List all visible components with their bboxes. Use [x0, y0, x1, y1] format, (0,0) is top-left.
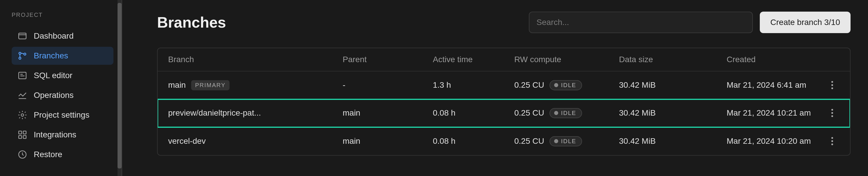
row-actions-button[interactable] [827, 80, 837, 90]
status-dot-icon [554, 111, 558, 115]
sidebar-item-label: Operations [34, 91, 73, 100]
status-badge: IDLE [550, 80, 582, 90]
sidebar-item-label: SQL editor [34, 71, 72, 80]
col-header-parent: Parent [343, 55, 433, 64]
search-input[interactable] [529, 12, 753, 33]
size-value: 30.42 MiB [619, 80, 726, 90]
sidebar: PROJECT Dashboard Branches SQL editor Op… [0, 0, 122, 176]
sidebar-item-label: Integrations [34, 130, 76, 139]
branches-table: Branch Parent Active time RW compute Dat… [157, 48, 850, 156]
branches-icon [18, 51, 27, 61]
status-badge: IDLE [550, 136, 582, 146]
main-content: Branches Create branch 3/10 Branch Paren… [122, 0, 868, 176]
sidebar-item-label: Restore [34, 150, 62, 159]
svg-rect-12 [23, 136, 26, 139]
status-text: IDLE [561, 82, 576, 89]
svg-rect-10 [23, 131, 26, 134]
integrations-icon [18, 130, 27, 140]
sidebar-section-label: PROJECT [12, 12, 114, 18]
sidebar-item-label: Dashboard [34, 31, 73, 41]
gear-icon [18, 110, 27, 120]
primary-badge: PRIMARY [191, 80, 230, 90]
branch-name: main [168, 80, 186, 90]
svg-point-3 [19, 57, 21, 59]
svg-rect-9 [19, 131, 22, 134]
row-actions-button[interactable] [827, 108, 837, 118]
status-text: IDLE [561, 138, 576, 145]
restore-icon [18, 149, 27, 160]
col-header-branch: Branch [168, 55, 343, 64]
status-badge: IDLE [550, 108, 582, 118]
page-header: Branches Create branch 3/10 [157, 12, 850, 33]
active-time-value: 1.3 h [433, 80, 514, 90]
parent-value: main [343, 108, 433, 118]
scrollbar[interactable] [118, 0, 122, 176]
status-text: IDLE [561, 110, 576, 116]
parent-value: - [343, 80, 433, 90]
svg-point-2 [19, 52, 21, 54]
sidebar-item-restore[interactable]: Restore [12, 145, 114, 164]
parent-value: main [343, 137, 433, 146]
operations-icon [18, 90, 27, 100]
col-header-size: Data size [619, 55, 726, 64]
active-time-value: 0.08 h [433, 137, 514, 146]
sidebar-item-branches[interactable]: Branches [12, 47, 114, 65]
status-dot-icon [554, 139, 558, 143]
sidebar-items: Dashboard Branches SQL editor Operations… [12, 27, 114, 164]
size-value: 30.42 MiB [619, 137, 726, 146]
sidebar-item-project-settings[interactable]: Project settings [12, 106, 114, 124]
sidebar-item-integrations[interactable]: Integrations [12, 126, 114, 144]
col-header-compute: RW compute [514, 55, 619, 64]
branch-name: vercel-dev [168, 137, 206, 146]
table-row[interactable]: preview/danieltprice-pat... main 0.08 h … [158, 99, 850, 127]
create-branch-button[interactable]: Create branch 3/10 [760, 12, 850, 33]
sidebar-item-label: Branches [34, 51, 68, 61]
sidebar-item-sql-editor[interactable]: SQL editor [12, 67, 114, 84]
table-row[interactable]: main PRIMARY - 1.3 h 0.25 CU IDLE 30.42 … [158, 71, 850, 99]
col-header-created: Created [726, 55, 825, 64]
created-value: Mar 21, 2024 6:41 am [726, 80, 825, 90]
sidebar-item-label: Project settings [34, 110, 89, 120]
active-time-value: 0.08 h [433, 108, 514, 118]
svg-rect-0 [19, 33, 26, 39]
compute-value: 0.25 CU [514, 137, 544, 146]
row-actions-button[interactable] [827, 136, 837, 146]
status-dot-icon [554, 83, 558, 87]
size-value: 30.42 MiB [619, 108, 726, 118]
compute-value: 0.25 CU [514, 80, 544, 90]
sql-editor-icon [18, 71, 27, 80]
svg-rect-5 [19, 72, 26, 79]
created-value: Mar 21, 2024 10:20 am [726, 137, 825, 146]
col-header-active: Active time [433, 55, 514, 64]
table-row[interactable]: vercel-dev main 0.08 h 0.25 CU IDLE 30.4… [158, 127, 850, 155]
svg-rect-11 [19, 136, 22, 139]
svg-point-4 [24, 53, 26, 55]
sidebar-item-dashboard[interactable]: Dashboard [12, 27, 114, 45]
scrollbar-thumb[interactable] [118, 3, 122, 169]
compute-value: 0.25 CU [514, 108, 544, 118]
page-title: Branches [157, 14, 529, 31]
created-value: Mar 21, 2024 10:21 am [726, 108, 825, 118]
svg-point-8 [21, 114, 24, 116]
table-header: Branch Parent Active time RW compute Dat… [158, 48, 850, 71]
dashboard-icon [18, 31, 27, 41]
sidebar-item-operations[interactable]: Operations [12, 86, 114, 104]
branch-name: preview/danieltprice-pat... [168, 108, 261, 118]
